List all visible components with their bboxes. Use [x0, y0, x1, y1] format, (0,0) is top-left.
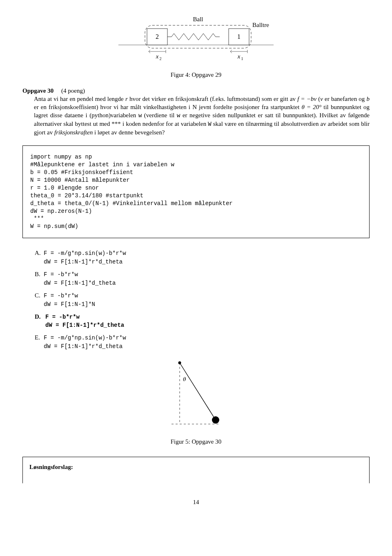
figure-5: θ Figur 5: Oppgave 30 [22, 355, 370, 446]
problem-heading: Oppgave 30 (4 poeng) [22, 87, 370, 95]
fig4-label-ball: Ball [193, 16, 203, 22]
fig4-box-1: 1 [237, 33, 241, 40]
svg-text:x: x [237, 53, 241, 60]
fig4-box-2: 2 [156, 33, 159, 40]
problem-number: Oppgave 30 [22, 87, 53, 94]
svg-text:θ: θ [183, 376, 186, 382]
code-block: import numpy as np #Målepunktene er last… [22, 145, 370, 238]
figure-5-caption: Figur 5: Oppgave 30 [22, 438, 370, 446]
problem-points: (4 poeng) [61, 87, 85, 94]
option-b: B.F = -b*r*w dW = F[1:N-1]*d_theta [35, 270, 370, 287]
option-e: E.F = -m/g*np.sin(w)-b*r*w dW = F[1:N-1]… [35, 333, 370, 351]
figure-5-svg: θ [155, 355, 237, 432]
svg-text:2: 2 [160, 56, 162, 61]
option-c: C.F = -b*r*w dW = F[1:N-1]*N [35, 291, 370, 308]
figure-4: 2 1 Ball Balltre x 2 x 1 Figur 4: Oppgav… [22, 16, 370, 79]
svg-text:1: 1 [241, 56, 243, 61]
options-list: A.F = -m/g*np.sin(w)-b*r*w dW = F[1:N-1]… [35, 249, 370, 351]
solution-box: Løsningsforslag: [22, 457, 370, 483]
fig4-label-balltre: Balltre [252, 22, 269, 28]
svg-line-14 [180, 363, 216, 420]
page-number: 14 [22, 498, 370, 506]
svg-point-15 [212, 416, 219, 424]
solution-label: Løsningsforslag: [29, 464, 73, 470]
svg-text:x: x [156, 53, 159, 60]
figure-4-caption: Figur 4: Oppgave 29 [22, 71, 370, 79]
figure-4-svg: 2 1 Ball Balltre x 2 x 1 [110, 16, 282, 65]
problem-text: Anta at vi har en pendel med lengde r hv… [34, 95, 370, 137]
option-d: D.F = -b*r*w dW = F[1:N-1]*r*d_theta [35, 313, 370, 330]
option-a: A.F = -m/g*np.sin(w)-b*r*w dW = F[1:N-1]… [35, 249, 370, 266]
